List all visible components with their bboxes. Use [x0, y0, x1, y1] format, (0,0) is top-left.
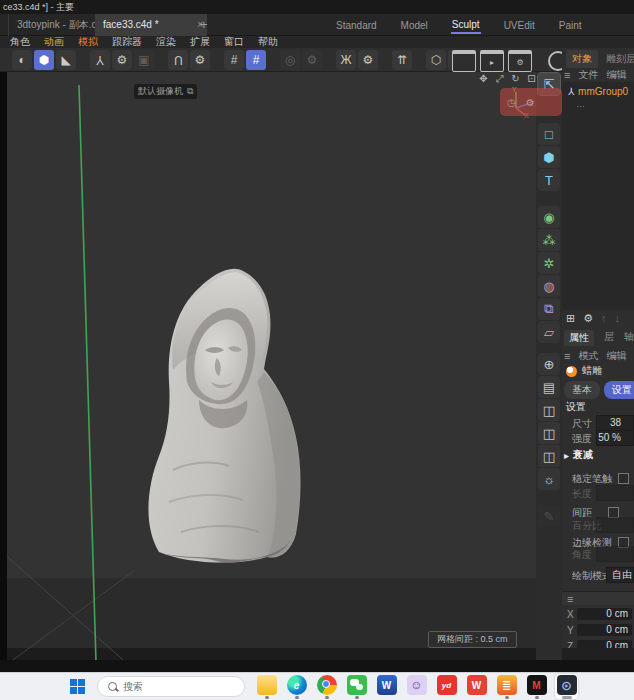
mirror-settings-icon[interactable]: ⚙ [358, 50, 378, 70]
layout-paint[interactable]: Paint [558, 18, 583, 33]
subdivision-surface-icon[interactable]: ◉ [538, 206, 560, 228]
generator-icon[interactable]: ✲ [538, 252, 560, 274]
magnet-icon[interactable]: U [168, 50, 188, 70]
layout-sculpt[interactable]: Sculpt [451, 17, 481, 34]
toggle-view-icon[interactable]: ⊡ [525, 72, 536, 85]
motion-camera-icon[interactable]: ◫ [538, 422, 560, 444]
menu-help[interactable]: 帮助 [258, 35, 278, 49]
word-icon[interactable]: W [375, 674, 398, 699]
menu-character[interactable]: 角色 [10, 35, 30, 49]
strength-field[interactable]: 50 % [596, 430, 634, 446]
layout-model[interactable]: Model [400, 18, 429, 33]
weights-icon[interactable]: ▣ [134, 50, 154, 70]
instance-icon[interactable]: ⧉ [538, 298, 560, 320]
menu-render[interactable]: 渲染 [156, 35, 176, 49]
model-mode-icon[interactable]: ⬢ [34, 50, 54, 70]
pan-view-icon[interactable]: ✥ [477, 72, 490, 85]
stage-icon[interactable]: ▤ [538, 376, 560, 398]
render-settings-button[interactable]: ⚙ [508, 50, 532, 72]
menu-tracker[interactable]: 跟踪器 [112, 35, 142, 49]
coordinates-header[interactable]: ≡ [562, 591, 634, 605]
chrome-icon[interactable] [315, 674, 338, 699]
object-tags-ellipsis[interactable]: … [562, 97, 634, 109]
shading-mode-icon[interactable]: ◐ [12, 50, 32, 70]
tab-attributes[interactable]: 属性 [564, 330, 594, 346]
joint-tool-icon[interactable]: Y [90, 50, 110, 70]
cube-primitive-icon[interactable]: ⬢ [538, 146, 560, 168]
history-back-icon[interactable]: ↑ [601, 312, 607, 325]
menu-edit[interactable]: 编辑 [606, 349, 626, 363]
object-item-mmgroup0[interactable]: ⅄ mmGroup0 [562, 82, 634, 97]
paint-tool-icon[interactable]: ✎ [538, 505, 560, 527]
sky-icon[interactable]: ⊕ [538, 353, 560, 375]
magnet-settings-icon[interactable]: ⚙ [190, 50, 210, 70]
text-tool-icon[interactable]: T [538, 169, 560, 191]
grid-icon[interactable]: # [224, 50, 244, 70]
tweak-tool-icon[interactable]: ◣ [56, 50, 76, 70]
youdao-icon[interactable]: yd [435, 674, 458, 699]
layout-switcher: StandardModelSculptUVEditPaint [335, 14, 583, 36]
joint-object-icon: ⅄ [568, 86, 574, 97]
mirror-icon[interactable]: Ж [336, 50, 356, 70]
history-forward-icon[interactable]: ↓ [615, 312, 621, 325]
hamburger-icon[interactable]: ≡ [564, 350, 570, 362]
edge-icon[interactable]: e [285, 674, 308, 699]
cinema4d-icon[interactable]: ⊙ [555, 674, 578, 699]
layout-uvedit[interactable]: UVEdit [503, 18, 536, 33]
falloff-section[interactable]: ▸ 衰减 [564, 448, 593, 462]
radial-settings-icon[interactable]: ⚙ [302, 50, 322, 70]
taskbar-search[interactable]: 搜索 [97, 676, 245, 697]
wps-icon[interactable]: W [465, 674, 488, 699]
tab-face33[interactable]: face33.c4d * × [95, 14, 207, 36]
subdivide-icon[interactable]: ⇈ [392, 50, 412, 70]
joint-settings-icon[interactable]: ⚙ [112, 50, 132, 70]
start-button[interactable] [70, 679, 85, 694]
meeting-icon[interactable]: ☺ [405, 674, 428, 699]
size-field[interactable]: 38 [596, 415, 634, 431]
rect-select-icon[interactable]: □ [538, 123, 560, 145]
rotate-view-icon[interactable]: ↻ [509, 72, 522, 85]
crane-camera-icon[interactable]: ◫ [538, 445, 560, 467]
zoom-view-icon[interactable]: ⤢ [493, 72, 506, 85]
menu-edit[interactable]: 编辑 [606, 68, 626, 82]
hamburger-icon[interactable]: ≡ [564, 69, 570, 81]
menu-file[interactable]: 文件 [578, 68, 598, 82]
camera-icon[interactable]: ◫ [538, 399, 560, 421]
grid-view-icon[interactable]: ⊞ [566, 312, 575, 325]
menu-extensions[interactable]: 扩展 [190, 35, 210, 49]
render-view-button[interactable] [452, 50, 476, 72]
file-explorer-icon[interactable] [255, 674, 278, 699]
layout-standard[interactable]: Standard [335, 18, 378, 33]
gear-icon[interactable]: ⚙ [583, 312, 593, 325]
grid-snap-icon[interactable]: # [246, 50, 266, 70]
tab-objects[interactable]: 对象 [566, 50, 598, 68]
bake-object-icon[interactable]: ⬡ [426, 50, 446, 70]
wechat-icon[interactable] [345, 674, 368, 699]
new-tab-button[interactable]: + [200, 14, 208, 36]
tab-axis[interactable]: 轴 [624, 330, 634, 346]
radial-symmetry-icon[interactable]: ◎ [280, 50, 300, 70]
coord-y-field[interactable]: 0 cm [577, 624, 632, 636]
menu-simulate[interactable]: 模拟 [78, 35, 98, 49]
tab-sculpt-layers[interactable]: 雕刻层 [600, 50, 634, 68]
menu-mode[interactable]: 模式 [578, 349, 598, 363]
coord-x-field[interactable]: 0 cm [577, 608, 632, 620]
doc-viewer-icon[interactable]: ≣ [495, 674, 518, 699]
draw-mode-dropdown[interactable]: 自由 [606, 567, 634, 583]
menu-animate[interactable]: 动画 [44, 35, 64, 49]
tab-settings[interactable]: 设置 [604, 381, 634, 399]
mail-master-icon[interactable]: M [525, 674, 548, 699]
panel-bottom [562, 648, 634, 660]
render-to-picture-button[interactable]: ▸ [480, 50, 504, 72]
steady-stroke-checkbox[interactable] [618, 473, 629, 484]
symmetry-icon[interactable]: ▱ [538, 321, 560, 343]
light-icon[interactable]: ☼ [538, 468, 560, 490]
cluster-icon[interactable]: ⁂ [538, 229, 560, 251]
spline-disc-icon[interactable]: ◍ [538, 275, 560, 297]
camera-label[interactable]: 默认摄像机 ⧉ [134, 84, 197, 99]
tab-basic[interactable]: 基本 [564, 381, 600, 399]
viewport[interactable]: 默认摄像机 ⧉ ✥⤢↻⊡ Y Z X 网格间距 : 0.5 cm [7, 72, 536, 662]
windows-taskbar: 搜索 e W ☺ [0, 672, 634, 700]
menu-window[interactable]: 窗口 [224, 35, 244, 49]
tab-layers[interactable]: 层 [604, 330, 614, 346]
